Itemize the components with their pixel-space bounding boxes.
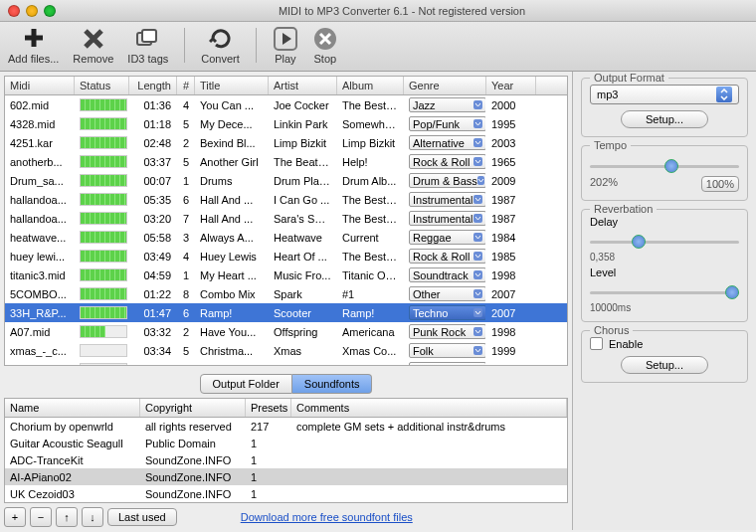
- tempo-slider[interactable]: [590, 158, 739, 174]
- table-row[interactable]: 33H_R&P...01:476Ramp!ScooterRamp!Techno2…: [5, 303, 567, 322]
- file-table: Midi Status Length # Title Artist Album …: [4, 76, 568, 366]
- genre-select[interactable]: Techno: [409, 305, 486, 320]
- tab-output-folder[interactable]: Output Folder: [200, 374, 292, 394]
- col-length[interactable]: Length: [129, 77, 177, 94]
- genre-select[interactable]: Rock & Roll: [409, 249, 486, 264]
- genre-select[interactable]: Punk Rock: [409, 324, 486, 339]
- level-label: Level: [590, 266, 739, 278]
- table-row[interactable]: Drum_sa...00:071DrumsDrum PlayerDrum Alb…: [5, 171, 567, 190]
- close-icon[interactable]: [8, 5, 20, 17]
- table-row[interactable]: anotherb...03:375Another GirlThe Beatles…: [5, 152, 567, 171]
- minimize-icon[interactable]: [26, 5, 38, 17]
- table-row[interactable]: 5COMBO...01:228Combo MixSpark#1Other2007: [5, 284, 567, 303]
- table-row[interactable]: 4328.mid01:185My Dece...Linkin ParkSomew…: [5, 114, 567, 133]
- genre-select[interactable]: Jazz: [409, 97, 486, 112]
- download-soundfonts-link[interactable]: Download more free soundfont files: [241, 511, 413, 523]
- chevron-down-icon: [473, 157, 482, 166]
- level-slider[interactable]: [590, 284, 739, 300]
- col-genre[interactable]: Genre: [404, 77, 486, 94]
- table-row[interactable]: A07.mid03:322Have You...OffspringAmerica…: [5, 322, 567, 341]
- soundfont-row[interactable]: Chorium by openwrldall rights reserved21…: [5, 418, 567, 435]
- table-row[interactable]: heatwave...05:583Always A...HeatwaveCurr…: [5, 228, 567, 247]
- sf-col-name[interactable]: Name: [5, 399, 140, 417]
- table-row[interactable]: BRANDEN...09:591SymphonyBrandenSymphon..…: [5, 360, 567, 365]
- reverb-title: Reverbation: [590, 203, 657, 215]
- refresh-icon: [208, 26, 234, 52]
- col-artist[interactable]: Artist: [269, 77, 337, 94]
- chevron-down-icon: [473, 252, 482, 261]
- table-row[interactable]: 4251.kar02:482Bexind Bl...Limp BizkitLim…: [5, 133, 567, 152]
- col-num[interactable]: #: [177, 77, 195, 94]
- col-status[interactable]: Status: [75, 77, 129, 94]
- genre-select[interactable]: Classical: [409, 362, 486, 365]
- genre-select[interactable]: Instrumental: [409, 192, 486, 207]
- col-title[interactable]: Title: [195, 77, 269, 94]
- table-row[interactable]: titanic3.mid04:591My Heart ...Music Fro.…: [5, 266, 567, 284]
- chorus-enable-checkbox[interactable]: [590, 337, 603, 350]
- output-setup-button[interactable]: Setup...: [621, 110, 708, 128]
- output-format-title: Output Format: [590, 72, 668, 84]
- last-used-button[interactable]: Last used: [107, 508, 177, 526]
- chevron-down-icon: [477, 176, 484, 185]
- genre-select[interactable]: Reggae: [409, 230, 486, 245]
- genre-select[interactable]: Soundtrack: [409, 267, 486, 282]
- table-row[interactable]: hallandoa...03:207Hall And ...Sara's Smi…: [5, 209, 567, 228]
- sf-down-button[interactable]: ↓: [82, 507, 103, 527]
- window-titlebar: MIDI to MP3 Converter 6.1 - Not register…: [0, 0, 756, 22]
- tempo-max-button[interactable]: 100%: [701, 176, 739, 192]
- sf-col-presets[interactable]: Presets: [246, 399, 291, 417]
- id3-label: ID3 tags: [127, 53, 168, 65]
- sf-remove-button[interactable]: −: [30, 507, 52, 527]
- sf-up-button[interactable]: ↑: [56, 507, 78, 527]
- sf-col-comments[interactable]: Comments: [291, 399, 567, 417]
- chorus-enable-row: Enable: [590, 337, 739, 350]
- play-button[interactable]: Play: [273, 26, 298, 65]
- chorus-enable-label: Enable: [609, 338, 643, 350]
- table-row[interactable]: huey lewi...03:494Huey LewisHeart Of ...…: [5, 247, 567, 266]
- chevron-down-icon: [473, 289, 482, 298]
- zoom-icon[interactable]: [44, 5, 56, 17]
- table-row[interactable]: xmas_-_c...03:345Christma...XmasXmas Co.…: [5, 341, 567, 360]
- output-format-group: Output Format mp3 Setup...: [581, 78, 748, 137]
- tab-soundfonts[interactable]: Soundfonts: [292, 374, 373, 394]
- sf-add-button[interactable]: +: [4, 507, 26, 527]
- sf-col-copyright[interactable]: Copyright: [140, 399, 246, 417]
- soundfont-footer: + − ↑ ↓ Last used Download more free sou…: [0, 503, 572, 531]
- tempo-value: 202%: [590, 176, 618, 192]
- output-format-select[interactable]: mp3: [590, 85, 739, 104]
- col-album[interactable]: Album: [337, 77, 404, 94]
- stop-button[interactable]: Stop: [312, 26, 338, 65]
- chorus-title: Chorus: [590, 324, 633, 336]
- chevron-down-icon: [473, 308, 482, 317]
- genre-select[interactable]: Drum & Bass: [409, 173, 486, 188]
- genre-select[interactable]: Instrumental: [409, 211, 486, 226]
- play-icon: [273, 26, 298, 52]
- soundfont-row[interactable]: AI-APiano02SoundZone.INFO1: [5, 468, 567, 485]
- chevron-down-icon: [473, 138, 482, 147]
- soundfont-row[interactable]: UK Cezoid03SoundZone.INFO1: [5, 485, 567, 502]
- col-year[interactable]: Year: [486, 77, 536, 94]
- table-row[interactable]: 602.mid01:364You Can ...Joe CockerThe Be…: [5, 95, 567, 114]
- traffic-lights: [8, 5, 56, 17]
- delay-slider[interactable]: [590, 234, 739, 250]
- remove-button[interactable]: Remove: [73, 26, 113, 65]
- chorus-setup-button[interactable]: Setup...: [621, 356, 708, 374]
- genre-select[interactable]: Other: [409, 286, 486, 301]
- chevron-down-icon: [473, 214, 482, 223]
- soundfont-row[interactable]: ADC-TranceKitSoundZone.INFO1: [5, 451, 567, 468]
- table-row[interactable]: hallandoa...05:356Hall And ...I Can Go .…: [5, 190, 567, 209]
- chevron-down-icon: [473, 270, 482, 279]
- reverb-group: Reverbation Delay 0,358 Level 10000ms: [581, 209, 748, 322]
- genre-select[interactable]: Pop/Funk: [409, 116, 486, 131]
- convert-button[interactable]: Convert: [201, 26, 240, 65]
- genre-select[interactable]: Rock & Roll: [409, 154, 486, 169]
- chevron-down-icon: [473, 233, 482, 242]
- bottom-tabs: Output Folder Soundfonts: [0, 374, 572, 394]
- id3-tags-button[interactable]: ID3 tags: [127, 26, 168, 65]
- add-files-button[interactable]: Add files...: [8, 26, 59, 65]
- genre-select[interactable]: Alternative: [409, 135, 486, 150]
- col-midi[interactable]: Midi: [5, 77, 75, 94]
- soundfont-row[interactable]: Guitar Acoustic SeagullPublic Domain1: [5, 435, 567, 451]
- genre-select[interactable]: Folk: [409, 343, 486, 358]
- play-label: Play: [275, 53, 295, 65]
